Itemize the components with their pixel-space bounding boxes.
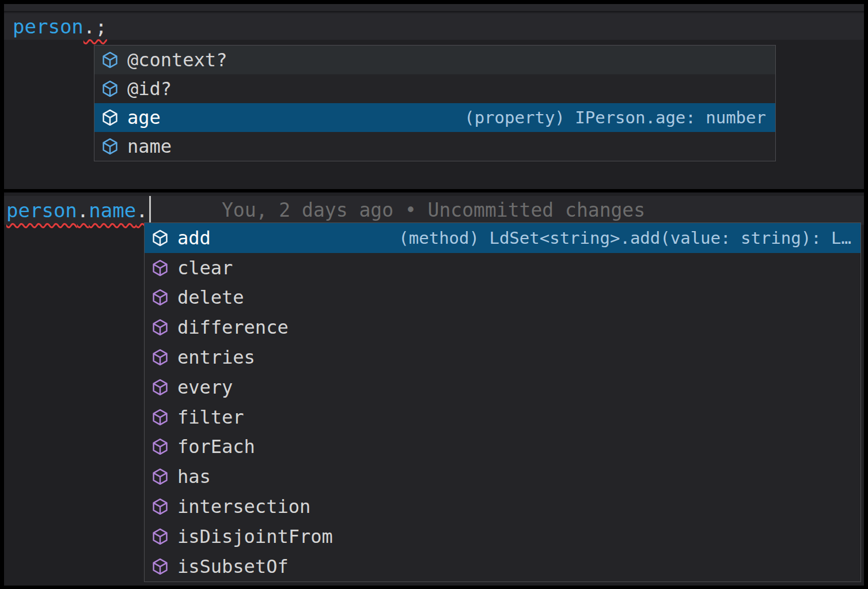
symbol-method-icon [150,437,170,456]
symbol-field-icon [100,108,120,127]
symbol-method-icon [150,527,170,546]
suggest-item-label: has [177,466,211,488]
dot-token: . [136,199,147,222]
suggest-item-detail: (property) IPerson.age: number [464,108,766,127]
suggest-item-intersection[interactable]: intersection [145,492,861,522]
suggest-item-label: forEach [177,436,255,458]
suggest-item-label: every [177,376,233,398]
suggest-item-detail: (method) LdSet<string>.add(value: string… [399,228,851,248]
suggest-item-label: @id? [127,78,172,100]
suggest-item-label: filter [177,406,244,428]
suggest-item-age-selected[interactable]: age (property) IPerson.age: number [94,103,775,132]
suggest-item-label: intersection [177,496,310,518]
symbol-method-icon [150,318,170,337]
suggest-item-label: @context? [127,49,227,71]
suggest-item-isdisjointfrom[interactable]: isDisjointFrom [145,522,861,552]
symbol-method-icon [150,407,170,427]
suggest-item-context[interactable]: @context? [94,46,775,74]
suggest-item-label: add [177,227,211,249]
code-line-person-name[interactable]: person.name. [6,198,148,223]
suggest-item-label: isDisjointFrom [177,526,333,548]
object-identifier: person [13,15,84,38]
current-line-highlight [4,13,864,40]
symbol-method-icon [150,557,170,576]
suggest-item-add-selected[interactable]: add (method) LdSet<string>.add(value: st… [145,223,861,253]
suggest-item-foreach[interactable]: forEach [145,432,861,462]
suggest-item-every[interactable]: every [145,372,861,402]
suggest-item-label: delete [177,286,244,308]
editor-pane-bottom[interactable]: person.name. You, 2 days ago • Uncommitt… [4,192,864,586]
symbol-method-icon [150,377,170,397]
object-identifier: person [6,199,77,222]
symbol-field-icon [100,79,120,99]
suggest-item-filter[interactable]: filter [145,402,861,432]
suggest-item-delete[interactable]: delete [145,283,861,313]
suggest-item-entries[interactable]: entries [145,342,861,372]
editor-top-strip [4,4,864,12]
symbol-method-icon [150,467,170,486]
suggest-item-label: age [127,107,161,129]
dot-token: . [77,199,89,222]
symbol-method-icon [150,348,170,367]
git-blame-annotation: You, 2 days ago • Uncommitted changes [222,198,645,223]
editor-pane-top[interactable]: person.; @context? @id? age (property) I… [4,4,864,189]
suggest-item-label: name [127,135,172,157]
suggest-item-label: clear [177,257,233,279]
suggest-item-label: isSubsetOf [177,556,289,577]
symbol-field-icon [100,50,120,70]
suggest-widget-bottom: add (method) LdSet<string>.add(value: st… [144,222,861,582]
code-line-person-semicolon[interactable]: person.; [13,14,107,39]
suggest-item-issubsetof[interactable]: isSubsetOf [145,552,861,582]
symbol-field-icon [100,137,120,156]
symbol-method-icon [150,497,170,516]
suggest-item-label: entries [177,346,255,368]
text-cursor [149,196,151,224]
error-token: .; [84,15,107,38]
property-identifier: name [89,199,136,222]
suggest-item-label: difference [177,316,289,338]
suggest-item-clear[interactable]: clear [145,253,861,283]
suggest-item-difference[interactable]: difference [145,312,861,342]
suggest-item-name[interactable]: name [94,132,775,161]
symbol-method-icon [150,258,170,278]
symbol-method-icon [150,288,170,307]
vscode-editor-screenshot: person.; @context? @id? age (property) I… [0,0,868,589]
symbol-method-icon [150,228,170,248]
suggest-widget-top: @context? @id? age (property) IPerson.ag… [94,45,776,161]
suggest-item-id[interactable]: @id? [94,74,775,103]
suggest-item-has[interactable]: has [145,462,861,492]
